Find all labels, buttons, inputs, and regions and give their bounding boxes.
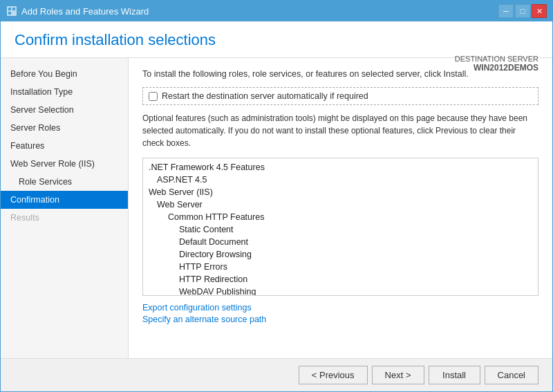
main-content: Before You BeginInstallation TypeServer …: [1, 58, 552, 358]
window-title: Add Roles and Features Wizard: [21, 6, 149, 17]
features-list[interactable]: .NET Framework 4.5 FeaturesASP.NET 4.5We…: [142, 158, 538, 296]
config-link[interactable]: Specify an alternate source path: [142, 315, 538, 324]
feature-item: WebDAV Publishing: [143, 286, 538, 296]
feature-item: Default Document: [143, 236, 538, 248]
feature-item: Directory Browsing: [143, 248, 538, 261]
svg-rect-1: [8, 8, 11, 10]
title-bar: Add Roles and Features Wizard ─ □ ✕: [1, 1, 552, 21]
restart-checkbox-label: Restart the destination server automatic…: [162, 91, 368, 101]
sidebar-item-results: Results: [1, 209, 128, 227]
wizard-icon: [6, 6, 17, 17]
window-controls: ─ □ ✕: [498, 4, 547, 18]
feature-item: Web Server (IIS): [143, 186, 538, 198]
sidebar-item-features[interactable]: Features: [1, 137, 128, 155]
svg-rect-3: [8, 12, 11, 15]
page-title: Confirm installation selections: [15, 31, 538, 49]
close-button[interactable]: ✕: [532, 4, 547, 18]
config-link[interactable]: Export configuration settings: [142, 303, 538, 312]
feature-item: Web Server: [143, 198, 538, 211]
feature-item: Static Content: [143, 223, 538, 236]
feature-item: .NET Framework 4.5 Features: [143, 161, 538, 174]
sidebar-item-installation-type[interactable]: Installation Type: [1, 83, 128, 101]
cancel-button[interactable]: Cancel: [485, 366, 538, 384]
sidebar-item-before-you-begin[interactable]: Before You Begin: [1, 65, 128, 83]
optional-note: Optional features (such as administratio…: [142, 112, 538, 149]
content-area: To install the following roles, role ser…: [129, 58, 552, 358]
sidebar-item-role-services[interactable]: Role Services: [1, 173, 128, 191]
sidebar-item-confirmation[interactable]: Confirmation: [1, 191, 128, 209]
restart-checkbox[interactable]: [149, 92, 158, 101]
wizard-header: Confirm installation selections DESTINAT…: [1, 21, 552, 58]
sidebar-item-server-roles[interactable]: Server Roles: [1, 119, 128, 137]
feature-item: HTTP Errors: [143, 261, 538, 273]
feature-item: Common HTTP Features: [143, 211, 538, 223]
wizard-footer: < Previous Next > Install Cancel: [1, 358, 552, 391]
sidebar: Before You BeginInstallation TypeServer …: [1, 58, 129, 358]
wizard-window: Add Roles and Features Wizard ─ □ ✕ Conf…: [0, 0, 553, 392]
title-bar-left: Add Roles and Features Wizard: [6, 6, 149, 17]
restore-button[interactable]: □: [515, 4, 530, 18]
sidebar-item-server-selection[interactable]: Server Selection: [1, 101, 128, 119]
minimize-button[interactable]: ─: [498, 4, 514, 18]
feature-item: HTTP Redirection: [143, 273, 538, 286]
sidebar-item-web-server-role-iis[interactable]: Web Server Role (IIS): [1, 155, 128, 173]
previous-button[interactable]: < Previous: [299, 366, 368, 384]
restart-checkbox-row: Restart the destination server automatic…: [142, 87, 538, 105]
install-button[interactable]: Install: [429, 366, 480, 384]
feature-item: ASP.NET 4.5: [143, 174, 538, 186]
intro-text: To install the following roles, role ser…: [142, 69, 538, 79]
svg-rect-2: [12, 8, 15, 10]
next-button[interactable]: Next >: [372, 366, 424, 384]
links-section: Export configuration settingsSpecify an …: [142, 303, 538, 324]
